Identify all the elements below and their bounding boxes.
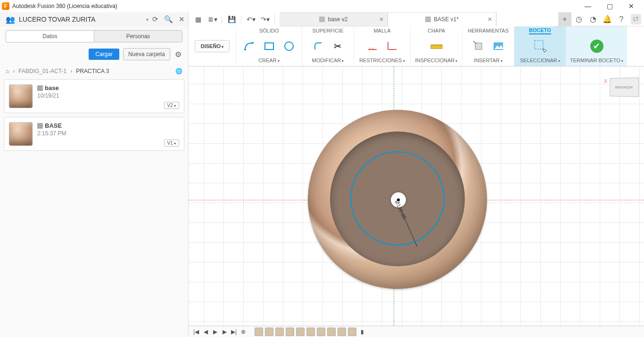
timeline-feature[interactable]	[306, 328, 315, 336]
help-icon[interactable]: ?	[615, 12, 628, 26]
timeline-play-icon[interactable]: ▶	[211, 328, 219, 336]
apps-grid-icon[interactable]: ▦	[191, 12, 205, 26]
doc-tab-base-v2[interactable]: base v2 ✕	[280, 12, 388, 26]
group-label-terminar[interactable]: TERMINAR BOCETO	[570, 58, 623, 66]
maximize-button[interactable]: ▢	[599, 0, 620, 12]
timeline-feature[interactable]	[265, 328, 273, 336]
workspace-switcher[interactable]: DISEÑO	[195, 40, 230, 52]
timeline-start-icon[interactable]: |◀	[192, 328, 200, 336]
measure-tool-icon[interactable]	[429, 39, 444, 54]
rectangle-tool-icon[interactable]	[262, 39, 277, 54]
timeline-feature[interactable]	[255, 328, 263, 336]
env-tab-superficie[interactable]: SUPERFICIE	[312, 28, 343, 33]
timeline-feature[interactable]	[286, 328, 294, 336]
home-icon[interactable]: ⌂	[6, 68, 9, 74]
document-tabs: base v2 ✕ BASE v1* ✕	[280, 12, 555, 26]
group-label-seleccionar[interactable]: SELECCIONAR	[520, 58, 560, 66]
refresh-button[interactable]: ⟳	[149, 15, 162, 24]
user-name[interactable]: LUCERO TOVAR ZURITA	[19, 16, 144, 23]
insert-derive-icon[interactable]	[471, 39, 486, 54]
svg-point-1	[252, 42, 254, 44]
close-tab-icon[interactable]: ✕	[487, 16, 492, 23]
timeline-feature[interactable]	[338, 328, 346, 336]
select-tool-icon[interactable]	[533, 39, 548, 54]
group-label-crear[interactable]: CREAR	[258, 58, 280, 66]
timeline-marker-icon[interactable]: ▮	[358, 328, 366, 336]
env-tab-chapa[interactable]: CHAPA	[428, 28, 445, 33]
gear-icon[interactable]: ⚙	[174, 50, 182, 59]
component-icon	[319, 16, 325, 22]
group-label-insertar[interactable]: INSERTAR	[474, 58, 503, 66]
doc-tab-base-v1[interactable]: BASE v1* ✕	[388, 12, 496, 26]
crumb-folder[interactable]: PRACTICA 3	[76, 68, 109, 74]
notifications-icon[interactable]: 🔔	[601, 12, 614, 26]
timeline-feature[interactable]	[348, 328, 356, 336]
tab-personas[interactable]: Personas	[94, 31, 182, 42]
item-date: 10/19/21	[37, 92, 59, 99]
tangent-constraint-icon[interactable]	[385, 39, 400, 54]
breadcrumb: ⌂ › FABDIG_01-ACT-1 › PRACTICA 3 🌐	[0, 66, 188, 79]
insert-image-icon[interactable]	[491, 39, 506, 54]
redo-button[interactable]: ↷▾	[258, 12, 272, 26]
component-icon	[37, 85, 43, 91]
item-date: 2:15:37 PM	[37, 130, 66, 137]
close-button[interactable]: ✕	[620, 0, 642, 12]
save-button[interactable]: 💾	[225, 12, 238, 26]
timeline-feature[interactable]	[275, 328, 284, 336]
minimize-button[interactable]: —	[577, 0, 599, 12]
horizontal-constraint-icon[interactable]	[365, 39, 380, 54]
timeline-feature[interactable]	[317, 328, 325, 336]
env-tab-solido[interactable]: SÓLIDO	[259, 28, 279, 33]
undo-button[interactable]: ↶▾	[244, 12, 257, 26]
model-canvas[interactable]: Ø110.00 X INFERIOR	[189, 66, 644, 326]
app-icon: F	[2, 2, 9, 10]
env-tab-malla[interactable]: MALLA	[373, 28, 390, 33]
line-tool-icon[interactable]	[242, 39, 257, 54]
tab-datos[interactable]: Datos	[6, 31, 94, 42]
trim-tool-icon[interactable]: ✂	[330, 39, 346, 54]
version-dropdown[interactable]: V1	[164, 140, 179, 147]
new-folder-button[interactable]: Nueva carpeta	[123, 48, 170, 60]
timeline-fwd-icon[interactable]: ▶	[221, 328, 228, 336]
version-dropdown[interactable]: V2	[164, 102, 179, 109]
file-menu[interactable]: 🗎▾	[206, 12, 219, 26]
job-status-icon[interactable]: ◔	[586, 12, 600, 26]
timeline-bar: |◀ ◀ ▶ ▶ ▶| ⊕ ▮	[189, 326, 644, 337]
svg-text:✂: ✂	[334, 41, 342, 51]
svg-point-3	[285, 42, 293, 50]
quick-access-toolbar: ▦ 🗎▾ 💾 ↶▾ ↷▾	[189, 12, 280, 26]
timeline-feature[interactable]	[327, 328, 336, 336]
svg-marker-19	[543, 49, 546, 52]
new-tab-button[interactable]: +	[558, 12, 571, 26]
globe-icon[interactable]: 🌐	[175, 68, 182, 74]
timeline-feature[interactable]	[296, 328, 305, 336]
user-avatar[interactable]: LT	[631, 14, 641, 25]
env-tab-herramientas[interactable]: HERRAMIENTAS	[468, 28, 509, 33]
window-titlebar: F Autodesk Fusion 360 (Licencia educativ…	[0, 0, 644, 12]
group-label-modificar[interactable]: MODIFICAR	[312, 58, 344, 66]
svg-rect-15	[475, 43, 482, 49]
chevron-right-icon: ›	[13, 68, 15, 74]
design-item-base-upper[interactable]: BASE 2:15:37 PM V1	[4, 117, 184, 151]
upload-button[interactable]: Cargar	[89, 49, 119, 60]
view-cube[interactable]: INFERIOR	[610, 77, 639, 97]
finish-sketch-icon[interactable]: ✔	[590, 40, 603, 53]
timeline-back-icon[interactable]: ◀	[202, 328, 209, 336]
search-button[interactable]: 🔍	[162, 15, 175, 24]
circle-tool-icon[interactable]	[281, 39, 297, 54]
timeline-settings-icon[interactable]: ⊕	[239, 328, 247, 336]
data-panel: Datos Personas Cargar Nueva carpeta ⚙ ⌂ …	[0, 26, 189, 337]
item-thumbnail	[9, 84, 33, 108]
panel-close-button[interactable]: ✕	[175, 15, 188, 24]
close-tab-icon[interactable]: ✕	[379, 16, 384, 23]
env-tab-boceto[interactable]: BOCETO	[529, 27, 551, 34]
extensions-icon[interactable]: ◷	[572, 12, 586, 26]
svg-rect-18	[535, 41, 543, 49]
design-item-base[interactable]: base 10/19/21 V2	[4, 79, 184, 113]
timeline-end-icon[interactable]: ▶|	[230, 328, 238, 336]
group-label-restricciones[interactable]: RESTRICCIONES	[359, 58, 405, 66]
fillet-tool-icon[interactable]	[311, 39, 326, 54]
doc-tab-label: base v2	[328, 16, 347, 23]
group-label-inspeccionar[interactable]: INSPECCIONAR	[415, 58, 458, 66]
crumb-project[interactable]: FABDIG_01-ACT-1	[18, 68, 66, 74]
